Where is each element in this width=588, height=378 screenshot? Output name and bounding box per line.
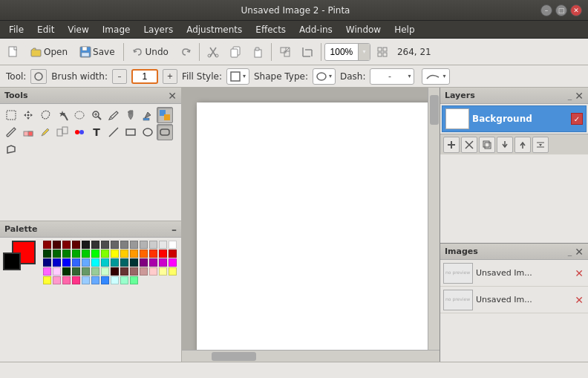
vertical-scrollbar[interactable]	[428, 88, 440, 350]
color-swatch-40[interactable]	[159, 258, 167, 267]
color-swatch-24[interactable]	[140, 250, 148, 258]
tool-paint-bucket[interactable]	[140, 107, 156, 123]
tool-freeform[interactable]	[3, 141, 19, 157]
v-scrollbar-thumb[interactable]	[430, 95, 439, 125]
color-swatch-10[interactable]	[140, 241, 148, 249]
color-swatch-9[interactable]	[130, 241, 138, 249]
drawing-canvas[interactable]	[197, 102, 432, 354]
dash-dropdown[interactable]: - ▾	[370, 68, 414, 85]
color-swatch-41[interactable]	[169, 258, 177, 267]
tool-paintbrush[interactable]	[3, 124, 19, 140]
color-swatch-11[interactable]	[149, 241, 157, 249]
open-button[interactable]: Open	[25, 45, 73, 59]
color-swatch-4[interactable]	[82, 241, 90, 249]
color-swatch-31[interactable]	[72, 258, 80, 267]
tool-ellipse-select[interactable]	[71, 107, 88, 123]
color-swatch-2[interactable]	[62, 241, 71, 249]
undo-button[interactable]: Undo	[127, 44, 174, 60]
color-swatch-7[interactable]	[111, 241, 119, 249]
color-swatch-26[interactable]	[159, 250, 167, 258]
color-swatch-42[interactable]	[43, 267, 51, 276]
menu-item-layers[interactable]: Layers	[137, 23, 179, 36]
menu-item-effects[interactable]: Effects	[249, 23, 292, 36]
tools-panel-close[interactable]: ✕	[168, 91, 177, 101]
color-swatch-58[interactable]	[62, 276, 71, 284]
brush-width-input[interactable]: 1	[131, 69, 158, 84]
tool-rectangle-select[interactable]	[3, 107, 19, 123]
zoom-dropdown[interactable]: ▾	[358, 43, 370, 61]
zoom-fit-button[interactable]	[372, 42, 393, 62]
color-swatch-46[interactable]	[82, 267, 90, 276]
color-swatch-43[interactable]	[53, 267, 61, 276]
tool-recolor[interactable]	[71, 124, 88, 140]
secondary-color-swatch[interactable]	[3, 252, 21, 270]
save-button[interactable]: Save	[74, 44, 120, 60]
merge-layers-button[interactable]	[532, 137, 549, 153]
tool-magic-wand[interactable]	[54, 107, 71, 123]
color-swatch-15[interactable]	[53, 250, 61, 258]
layers-panel-close[interactable]: ✕	[575, 91, 584, 101]
tool-clone[interactable]	[54, 124, 71, 140]
color-swatch-21[interactable]	[111, 250, 119, 258]
tool-text[interactable]: T	[88, 124, 105, 140]
canvas-area[interactable]	[182, 88, 440, 362]
color-swatch-57[interactable]	[53, 276, 61, 284]
color-swatch-0[interactable]	[43, 241, 51, 249]
tool-ellipse[interactable]	[140, 124, 156, 140]
color-swatch-13[interactable]	[169, 241, 177, 249]
menu-item-file[interactable]: File	[3, 23, 30, 36]
images-panel-close[interactable]: ✕	[575, 247, 584, 257]
menu-item-window[interactable]: Window	[340, 23, 387, 36]
tool-color-pick[interactable]	[157, 107, 173, 123]
menu-item-add-ins[interactable]: Add-ins	[293, 23, 339, 36]
menu-item-adjustments[interactable]: Adjustments	[180, 23, 248, 36]
color-swatch-5[interactable]	[91, 241, 99, 249]
curve-dropdown[interactable]: ▾	[422, 68, 449, 85]
color-swatch-32[interactable]	[82, 258, 90, 267]
color-swatch-29[interactable]	[53, 258, 61, 267]
color-swatch-6[interactable]	[101, 241, 109, 249]
cut-button[interactable]	[203, 42, 223, 62]
color-swatch-47[interactable]	[91, 267, 99, 276]
tool-pencil[interactable]	[105, 107, 122, 123]
layer-item[interactable]: Background ✓	[442, 105, 587, 132]
tool-color-pencil[interactable]	[37, 124, 53, 140]
menu-item-help[interactable]: Help	[388, 23, 420, 36]
copy-button[interactable]	[225, 42, 246, 62]
brush-width-minus[interactable]: –	[112, 69, 127, 84]
color-swatch-19[interactable]	[91, 250, 99, 258]
duplicate-layer-button[interactable]	[479, 137, 495, 153]
tool-line[interactable]	[105, 124, 122, 140]
color-swatch-64[interactable]	[120, 276, 128, 284]
tool-zoom[interactable]	[88, 107, 105, 123]
tool-lasso[interactable]	[37, 107, 53, 123]
color-swatch-34[interactable]	[101, 258, 109, 267]
image-item-2[interactable]: no preview Unsaved Im... ✕	[440, 287, 588, 313]
menu-item-view[interactable]: View	[62, 23, 94, 36]
color-swatch-14[interactable]	[43, 250, 51, 258]
color-swatch-55[interactable]	[169, 267, 177, 276]
color-swatch-51[interactable]	[130, 267, 138, 276]
color-swatch-56[interactable]	[43, 276, 51, 284]
color-swatch-65[interactable]	[130, 276, 138, 284]
color-swatch-63[interactable]	[111, 276, 119, 284]
color-swatch-16[interactable]	[62, 250, 71, 258]
tool-eraser[interactable]	[20, 124, 36, 140]
tool-pan[interactable]	[122, 107, 139, 123]
shape-type-dropdown[interactable]: ▾	[313, 68, 336, 85]
tool-move[interactable]	[20, 107, 36, 123]
color-swatch-61[interactable]	[91, 276, 99, 284]
redo-button[interactable]	[175, 42, 196, 62]
color-swatch-28[interactable]	[43, 258, 51, 267]
delete-layer-button[interactable]	[461, 137, 477, 153]
color-swatch-50[interactable]	[120, 267, 128, 276]
new-button[interactable]	[3, 42, 24, 62]
color-swatch-53[interactable]	[149, 267, 157, 276]
color-swatch-1[interactable]	[53, 241, 61, 249]
layer-visibility-checkbox[interactable]: ✓	[571, 113, 583, 125]
maximize-button[interactable]: □	[555, 4, 567, 16]
tool-rectangle[interactable]	[122, 124, 139, 140]
color-swatch-25[interactable]	[149, 250, 157, 258]
color-swatch-12[interactable]	[159, 241, 167, 249]
minimize-button[interactable]: –	[540, 4, 552, 16]
